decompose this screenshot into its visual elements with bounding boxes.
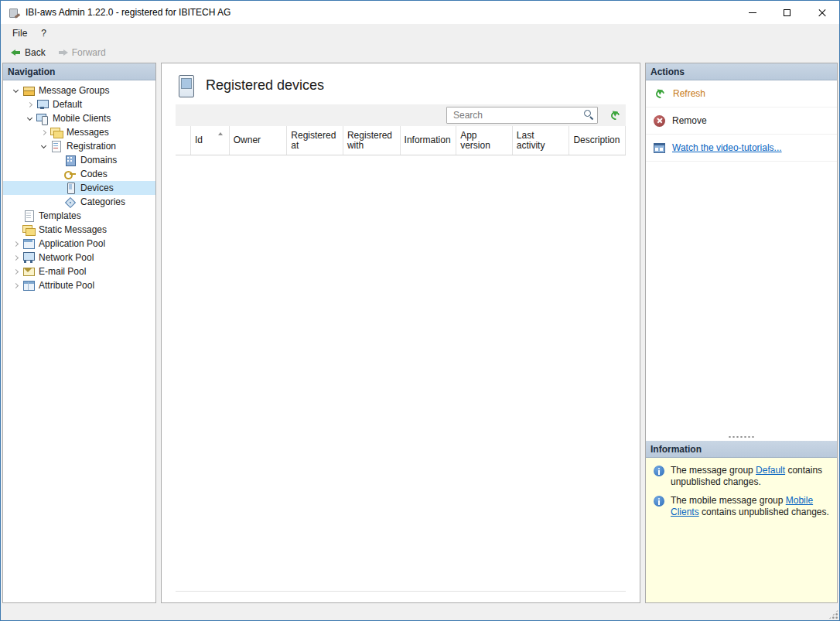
search-icon [583, 109, 595, 121]
minimize-button[interactable] [735, 1, 770, 24]
expander[interactable] [23, 118, 36, 120]
app-window: IBI-aws Admin 1.22.0 - registered for IB… [0, 0, 840, 621]
expander[interactable] [37, 131, 50, 135]
actions-header: Actions [646, 63, 837, 80]
menu-file[interactable]: File [5, 24, 34, 43]
window-controls [735, 1, 839, 24]
tree-item-label: Application Pool [39, 238, 105, 249]
tree-item-network-pool[interactable]: Network Pool [3, 251, 155, 264]
chevron-expanded-icon [13, 87, 19, 92]
devices-icon [64, 182, 77, 194]
tree-item-application-pool[interactable]: Application Pool [3, 237, 155, 251]
tree-item-default[interactable]: Default [3, 97, 155, 111]
tree-item-domains[interactable]: Domains [3, 153, 155, 167]
templates-icon [22, 210, 35, 222]
default-group-link[interactable]: Default [756, 465, 785, 476]
mobile-clients-icon [36, 112, 49, 125]
static-messages-icon [22, 223, 35, 236]
action-remove[interactable]: Remove [646, 107, 837, 135]
row-selector-gutter[interactable] [176, 126, 191, 155]
back-button[interactable]: Back [5, 46, 51, 60]
information-panel: The message group Default contains unpub… [646, 458, 837, 602]
action-watch-video-tutorials[interactable]: Watch the video-tutorials... [646, 135, 837, 162]
maximize-button[interactable] [770, 1, 804, 24]
column-header-information[interactable]: Information [401, 126, 457, 155]
info-note-text: The mobile message group Mobile Clients … [671, 495, 829, 518]
navigation-tree: Message Groups Default Mobile Clients Me… [3, 80, 155, 292]
info-note-mobile-clients: The mobile message group Mobile Clients … [654, 495, 829, 518]
tree-item-devices[interactable]: Devices [3, 181, 155, 195]
resize-grip[interactable] [828, 609, 838, 619]
page-header: Registered devices [162, 63, 640, 104]
column-header-registered-with[interactable]: Registered with [343, 126, 401, 155]
tree-item-registration[interactable]: Registration [3, 139, 155, 153]
expander[interactable] [9, 242, 22, 246]
panel-splitter[interactable] [646, 433, 837, 441]
tree-item-mobile-clients[interactable]: Mobile Clients [3, 111, 155, 125]
navigation-header: Navigation [3, 63, 155, 80]
title-bar: IBI-aws Admin 1.22.0 - registered for IB… [1, 1, 839, 24]
close-button[interactable] [804, 1, 839, 24]
expander[interactable] [9, 256, 22, 260]
expander[interactable] [9, 90, 22, 92]
close-icon [818, 8, 827, 17]
menu-help[interactable]: ? [34, 24, 53, 43]
tree-item-categories[interactable]: Categories [3, 195, 155, 209]
status-bar [1, 603, 839, 620]
column-label: Description [573, 135, 620, 145]
column-header-last-activity[interactable]: Last activity [513, 126, 570, 155]
splitter-grip-icon [728, 435, 756, 438]
expander[interactable] [23, 103, 36, 107]
domains-icon [64, 154, 77, 166]
codes-key-icon [64, 168, 77, 180]
table-header-row: Id Owner Registered at Registered with I… [176, 126, 626, 155]
column-header-id[interactable]: Id [191, 126, 230, 155]
forward-arrow-icon [58, 48, 68, 58]
information-header: Information [646, 441, 837, 458]
expander[interactable] [9, 284, 22, 288]
tree-item-label: Codes [80, 169, 108, 179]
window-title: IBI-aws Admin 1.22.0 - registered for IB… [26, 7, 230, 18]
expander[interactable] [9, 270, 22, 274]
search-input[interactable] [446, 107, 598, 124]
attribute-pool-icon [22, 279, 35, 292]
tree-item-label: Attribute Pool [39, 280, 94, 291]
column-header-owner[interactable]: Owner [230, 126, 288, 155]
chevron-collapsed-icon [13, 254, 19, 260]
tree-item-static-messages[interactable]: Static Messages [3, 223, 155, 237]
search-box [446, 107, 598, 124]
tree-item-label: Categories [80, 196, 125, 207]
tree-item-codes[interactable]: Codes [3, 167, 155, 181]
tree-item-email-pool[interactable]: E-mail Pool [3, 264, 155, 278]
tree-item-templates[interactable]: Templates [3, 209, 155, 223]
column-header-description[interactable]: Description [569, 126, 626, 155]
chevron-collapsed-icon [13, 268, 19, 274]
table-refresh-button[interactable] [608, 108, 622, 122]
forward-button[interactable]: Forward [53, 46, 111, 60]
tree-item-label: E-mail Pool [39, 266, 86, 277]
action-label: Remove [672, 115, 707, 126]
column-header-app-version[interactable]: App version [456, 126, 513, 155]
table-toolbar [176, 104, 626, 126]
action-refresh[interactable]: Refresh [646, 80, 837, 107]
tree-item-message-groups[interactable]: Message Groups [3, 84, 155, 97]
column-label: Registered with [347, 131, 396, 151]
navigation-toolbar: Back Forward [1, 43, 839, 63]
menu-bar: File ? [1, 24, 839, 43]
note-text-before: The mobile message group [671, 495, 786, 506]
expander[interactable] [37, 145, 50, 148]
tree-item-attribute-pool[interactable]: Attribute Pool [3, 278, 155, 292]
tree-item-label: Default [53, 99, 82, 110]
column-header-registered-at[interactable]: Registered at [287, 126, 343, 155]
message-groups-icon [22, 84, 35, 97]
info-note-text: The message group Default contains unpub… [671, 465, 829, 488]
table-body-empty [176, 155, 626, 592]
tree-item-messages[interactable]: Messages [3, 125, 155, 139]
app-icon [8, 6, 20, 19]
minimize-icon [749, 12, 756, 13]
sort-ascending-icon [218, 132, 223, 135]
registered-devices-icon [177, 74, 194, 97]
column-label: Owner [234, 135, 261, 145]
default-group-icon [36, 98, 49, 111]
search-submit-button[interactable] [583, 109, 595, 121]
